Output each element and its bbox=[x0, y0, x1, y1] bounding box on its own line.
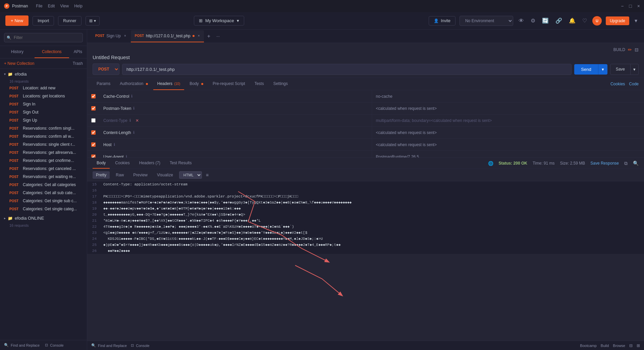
list-item[interactable]: POST Reservations: confirm singl... bbox=[0, 124, 87, 132]
list-item[interactable]: POST Locations: get locations bbox=[0, 92, 87, 100]
import-button[interactable]: Import bbox=[33, 16, 54, 26]
header-value-cell[interactable]: <calculated when request is sent> bbox=[372, 140, 644, 150]
response-tab-test-results[interactable]: Test Results bbox=[166, 158, 196, 169]
list-item[interactable]: POST Categories: Get single categ... bbox=[0, 205, 87, 213]
tab-sign-up[interactable]: POST Sign Up × bbox=[91, 30, 130, 42]
header-enabled-checkbox[interactable] bbox=[91, 94, 96, 98]
view-button[interactable]: ⊞ ▾ bbox=[86, 16, 100, 26]
build-bottom-button[interactable]: Build bbox=[601, 344, 609, 348]
list-item[interactable]: POST Categories: Get all sub cate... bbox=[0, 189, 87, 197]
response-tab-body[interactable]: Body bbox=[93, 158, 110, 169]
upgrade-button[interactable]: Upgrade bbox=[606, 16, 629, 25]
menu-edit[interactable]: Edit bbox=[48, 4, 55, 8]
tab-pre-request-script[interactable]: Pre-request Script bbox=[209, 78, 249, 90]
upgrade-chevron-icon[interactable]: ▾ bbox=[633, 16, 639, 25]
environment-selector[interactable]: No Environment bbox=[460, 16, 513, 26]
browse-button[interactable]: Browse bbox=[613, 344, 625, 348]
tab-close-button[interactable]: × bbox=[124, 34, 126, 38]
tab-tests[interactable]: Tests bbox=[251, 78, 268, 90]
find-replace-button[interactable]: 🔍 Find and Replace bbox=[4, 343, 40, 347]
workspace-selector[interactable]: ⊞ My Workspace ▾ bbox=[194, 16, 244, 26]
menu-file[interactable]: File bbox=[36, 4, 42, 8]
eye-icon[interactable]: 👁 bbox=[517, 16, 525, 25]
list-item[interactable]: POST Categories: Get all categories bbox=[0, 181, 87, 189]
grid-icon[interactable]: ⊞ bbox=[637, 343, 640, 348]
save-button[interactable]: Save bbox=[610, 64, 631, 75]
cookies-link[interactable]: Cookies bbox=[610, 82, 625, 86]
menu-view[interactable]: View bbox=[60, 4, 69, 8]
header-enabled-checkbox[interactable] bbox=[91, 118, 96, 123]
tab-headers[interactable]: Headers (10) bbox=[153, 78, 184, 90]
heart-icon[interactable]: ♡ bbox=[581, 16, 588, 25]
response-tab-cookies[interactable]: Cookies bbox=[111, 158, 133, 169]
response-tab-headers[interactable]: Headers (7) bbox=[135, 158, 164, 169]
code-link[interactable]: Code bbox=[629, 82, 639, 86]
response-search-icon[interactable]: 🔍 bbox=[633, 161, 639, 166]
pencil-icon[interactable]: ✏ bbox=[628, 47, 632, 52]
link-icon[interactable]: 🔗 bbox=[554, 16, 564, 25]
layout-icon[interactable]: ⊟ bbox=[629, 343, 633, 348]
minimize-button[interactable]: − bbox=[621, 3, 624, 9]
list-item[interactable]: POST Location: add new bbox=[0, 84, 87, 92]
collection-header-efodia-online[interactable]: ▸ 📁 efodia ONLINE bbox=[0, 213, 87, 223]
tab-more-button[interactable]: ··· bbox=[214, 34, 222, 39]
tab-close-button[interactable]: × bbox=[198, 34, 200, 38]
header-enabled-checkbox[interactable] bbox=[91, 106, 96, 111]
header-enabled-checkbox[interactable] bbox=[91, 130, 96, 135]
list-item[interactable]: POST Reservations: get cnofirme... bbox=[0, 157, 87, 165]
save-arrow-button[interactable]: ▾ bbox=[631, 64, 639, 75]
sidebar-search-input[interactable] bbox=[4, 33, 83, 42]
format-pretty[interactable]: Pretty bbox=[93, 171, 110, 179]
tab-authorization[interactable]: Authorization bbox=[116, 78, 152, 90]
menu-help[interactable]: Help bbox=[74, 4, 83, 8]
close-button[interactable]: × bbox=[637, 3, 640, 9]
collection-header-efodia[interactable]: ▾ 📁 efodia bbox=[0, 69, 87, 79]
bell-icon[interactable]: 🔔 bbox=[568, 16, 577, 25]
console-button[interactable]: ⊡ Console bbox=[45, 343, 63, 347]
list-item[interactable]: POST Reservations: get waiting re... bbox=[0, 173, 87, 181]
trash-button[interactable]: Trash bbox=[73, 61, 83, 66]
settings-icon[interactable]: ⚙ bbox=[529, 16, 537, 25]
save-response-button[interactable]: Save Response bbox=[590, 161, 619, 166]
delete-icon[interactable]: ✕ bbox=[136, 118, 139, 123]
header-enabled-checkbox[interactable] bbox=[91, 155, 96, 158]
console-bottom-button[interactable]: ⊡ Console bbox=[131, 343, 149, 348]
tab-settings[interactable]: Settings bbox=[269, 78, 292, 90]
new-collection-button[interactable]: + New Collection bbox=[4, 61, 34, 66]
bootcamp-button[interactable]: Bootcamp bbox=[580, 344, 597, 348]
find-replace-bottom-button[interactable]: 🔍 Find and Replace bbox=[91, 343, 127, 348]
tab-params[interactable]: Params bbox=[93, 78, 114, 90]
list-item[interactable]: POST Reservations: single client r... bbox=[0, 140, 87, 148]
header-enabled-checkbox[interactable] bbox=[91, 142, 96, 147]
list-item[interactable]: POST Sign In bbox=[0, 100, 87, 108]
tab-add-button[interactable]: + bbox=[205, 33, 213, 39]
tab-body[interactable]: Body bbox=[185, 78, 207, 90]
sync-icon[interactable]: 🔄 bbox=[541, 16, 550, 25]
url-input[interactable] bbox=[122, 64, 572, 75]
user-avatar[interactable]: U bbox=[592, 16, 602, 26]
list-item[interactable]: POST Reservations: get canceled ... bbox=[0, 165, 87, 173]
list-item[interactable]: POST Sign Out bbox=[0, 108, 87, 116]
list-item[interactable]: POST Categories: Get single sub c... bbox=[0, 197, 87, 205]
tab-test-php[interactable]: POST http://127.0.0.1/_test.php × bbox=[131, 30, 204, 42]
invite-button[interactable]: 👤 Invite bbox=[429, 16, 455, 26]
copy-icon[interactable]: ⧉ bbox=[624, 161, 628, 166]
sidebar-tab-apis[interactable]: APIs bbox=[69, 46, 87, 58]
header-value-cell[interactable]: <calculated when request is sent> bbox=[372, 128, 644, 138]
wrap-lines-button[interactable]: ≡ bbox=[205, 171, 210, 179]
format-selector[interactable]: HTML bbox=[179, 171, 202, 179]
header-value-cell[interactable]: PostmanRuntime/7.26.5 bbox=[372, 152, 644, 158]
list-item[interactable]: POST Sign Up bbox=[0, 116, 87, 124]
header-value-cell[interactable]: multipart/form-data; boundary=<calculate… bbox=[372, 116, 644, 126]
method-selector[interactable]: POST bbox=[93, 63, 119, 75]
format-raw[interactable]: Raw bbox=[112, 171, 127, 179]
header-value-cell[interactable]: <calculated when request is sent> bbox=[372, 103, 644, 114]
send-arrow-button[interactable]: ▾ bbox=[598, 64, 607, 75]
split-view-icon[interactable]: ⊟ bbox=[635, 47, 639, 52]
list-item[interactable]: POST Reservations: get allreserva... bbox=[0, 148, 87, 157]
code-area[interactable]: 15 Content-Type: application/octet-strea… bbox=[87, 181, 644, 254]
sidebar-tab-collections[interactable]: Collections bbox=[35, 46, 69, 58]
list-item[interactable]: POST Reservations: confirm all w... bbox=[0, 132, 87, 140]
format-preview[interactable]: Preview bbox=[130, 171, 151, 179]
send-button[interactable]: Send bbox=[574, 64, 598, 75]
